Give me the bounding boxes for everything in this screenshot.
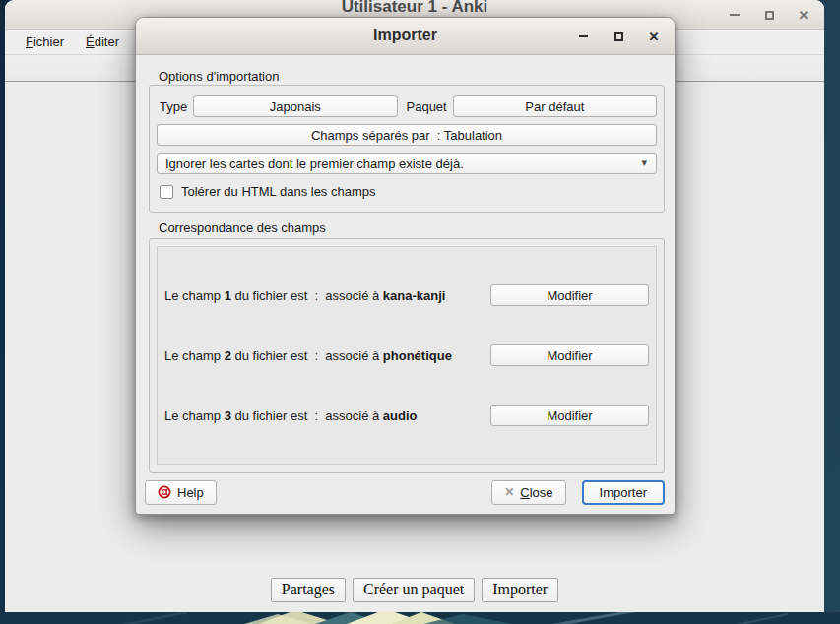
menu-editer[interactable]: Éditer xyxy=(75,31,130,53)
close-button[interactable]: ✕ Close xyxy=(491,480,565,505)
dialog-maximize-icon[interactable] xyxy=(612,30,625,43)
dialog-footer: Help ✕ Close Importer xyxy=(145,479,665,505)
dialog-close-icon[interactable]: ✕ xyxy=(647,30,661,43)
deck-label: Paquet xyxy=(407,99,447,114)
lake-artwork-graphic xyxy=(0,612,840,624)
deck-footer-buttons: Partages Créer un paquet Importer xyxy=(5,578,824,602)
allow-html-row: Tolérer du HTML dans les champs xyxy=(160,184,657,199)
field-mapping-row: Le champ 3 du fichier est : associé à au… xyxy=(164,405,649,426)
create-deck-button[interactable]: Créer un paquet xyxy=(353,578,475,602)
change-field-3-button[interactable]: Modifier xyxy=(490,405,649,426)
import-dialog: Importer ✕ Options d'importation Type Ja… xyxy=(135,17,676,515)
bottom-toolbar-artwork xyxy=(0,612,840,624)
field-separator-button[interactable]: Champs séparés par : Tabulation xyxy=(157,124,657,146)
import-dialog-titlebar[interactable]: Importer ✕ xyxy=(136,18,675,55)
import-options-group: Type Japonais Paquet Par défaut Champs s… xyxy=(149,85,665,213)
close-x-icon: ✕ xyxy=(504,485,514,499)
field-mapping-text: Le champ 2 du fichier est : associé à ph… xyxy=(164,348,452,363)
field-mapping-row: Le champ 1 du fichier est : associé à ka… xyxy=(164,284,649,306)
main-window-controls: ✕ xyxy=(728,0,810,30)
allow-html-label: Tolérer du HTML dans les champs xyxy=(181,184,376,199)
options-group-label: Options d'importation xyxy=(159,69,279,84)
help-button[interactable]: Help xyxy=(145,480,217,505)
dialog-window-controls: ✕ xyxy=(576,18,661,55)
mapping-group-label: Correspondance des champs xyxy=(159,220,326,235)
field-mapping-text: Le champ 1 du fichier est : associé à ka… xyxy=(164,288,445,303)
note-type-button[interactable]: Japonais xyxy=(193,95,397,117)
field-mapping-group: Le champ 1 du fichier est : associé à ka… xyxy=(149,238,665,473)
type-label: Type xyxy=(160,99,187,114)
field-mapping-row: Le champ 2 du fichier est : associé à ph… xyxy=(164,344,649,366)
field-mapping-panel: Le champ 1 du fichier est : associé à ka… xyxy=(157,246,657,465)
help-lifebuoy-icon xyxy=(158,485,171,499)
import-button[interactable]: Importer xyxy=(582,480,665,505)
dialog-minimize-icon[interactable] xyxy=(576,30,590,43)
allow-html-checkbox[interactable] xyxy=(160,185,173,199)
chevron-down-icon: ▾ xyxy=(641,156,647,169)
minimize-icon[interactable] xyxy=(728,8,742,22)
close-button-label: Close xyxy=(520,485,552,500)
maximize-icon[interactable] xyxy=(762,8,776,22)
main-window-title: Utilisateur 1 - Anki xyxy=(5,0,824,17)
field-mapping-text: Le champ 3 du fichier est : associé à au… xyxy=(164,408,418,423)
import-button-label: Importer xyxy=(600,485,647,500)
deck-button[interactable]: Par défaut xyxy=(453,95,657,117)
menu-fichier[interactable]: Fichier xyxy=(15,31,75,53)
change-field-1-button[interactable]: Modifier xyxy=(490,284,649,306)
close-icon[interactable]: ✕ xyxy=(797,8,810,22)
change-field-2-button[interactable]: Modifier xyxy=(490,344,649,366)
duplicate-handling-select[interactable]: Ignorer les cartes dont le premier champ… xyxy=(157,153,657,174)
duplicate-handling-value: Ignorer les cartes dont le premier champ… xyxy=(165,156,464,171)
help-button-label: Help xyxy=(177,485,204,500)
import-file-button[interactable]: Importer xyxy=(482,578,558,602)
shared-decks-button[interactable]: Partages xyxy=(271,578,346,602)
